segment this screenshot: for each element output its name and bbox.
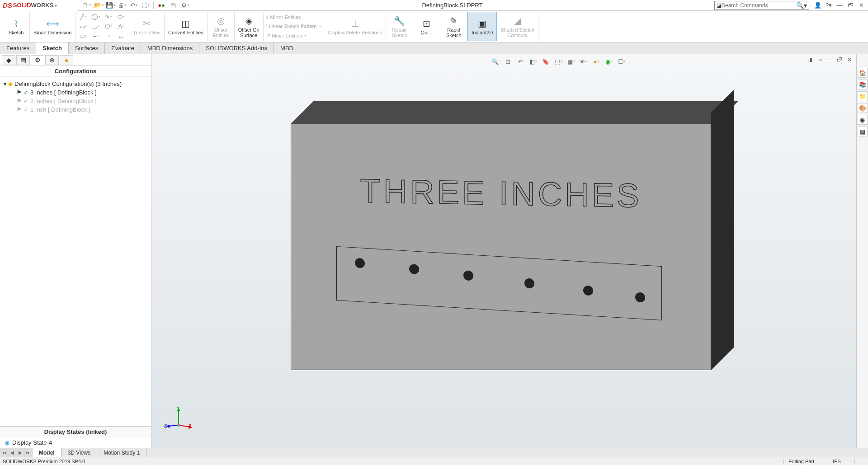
block-front-face[interactable]: THREE INCHES <box>291 124 711 370</box>
file-explorer-tab[interactable]: 📁 <box>858 91 868 101</box>
fillet-tool[interactable]: ⌐ <box>91 32 101 40</box>
dimxpert-manager-tab[interactable]: ⊕ <box>45 55 59 65</box>
viewport-maximize-button[interactable]: 🗗 <box>835 56 844 63</box>
minimize-button[interactable]: — <box>835 1 844 10</box>
display-style-button[interactable]: ▦ <box>566 57 576 66</box>
slot-tool[interactable]: ⬭ <box>116 13 126 21</box>
collapse-icon[interactable]: ▾ <box>4 81 6 87</box>
appearances-tab[interactable]: ◉ <box>858 115 868 125</box>
file-properties-button[interactable]: ▤ <box>168 1 179 10</box>
bottom-tab-3d-views[interactable]: 3D Views <box>61 448 97 457</box>
smart-dimension-tool[interactable]: ⟷ Smart Dimension <box>30 12 75 41</box>
view-settings-button[interactable]: 🖵 <box>617 57 627 66</box>
new-button[interactable]: 🗋 <box>81 1 92 10</box>
display-state-row[interactable]: ◉ Display State-4 <box>0 437 151 448</box>
rectangle-tool[interactable]: ▭ <box>78 22 88 30</box>
dynamic-annotation-button[interactable]: 🔖 <box>541 57 551 66</box>
custom-properties-tab[interactable]: ▤ <box>858 127 868 136</box>
viewport-popup-button[interactable]: ◨ <box>806 56 814 63</box>
options-button[interactable]: ⚙ <box>179 1 190 10</box>
app-logo[interactable]: DS SOLID WORKS ▸ <box>0 0 77 11</box>
hole-1[interactable] <box>355 258 365 268</box>
bottom-tab-model[interactable]: Model <box>33 448 61 457</box>
rebuild-button[interactable]: ●● <box>156 1 167 10</box>
spline-tool[interactable]: ∿ <box>104 13 113 21</box>
point-tool[interactable]: · <box>104 32 113 40</box>
arc-tool[interactable]: ◡ <box>91 22 101 30</box>
previous-view-button[interactable]: ↶ <box>515 57 525 66</box>
open-button[interactable]: 📂 <box>93 1 104 10</box>
zoom-to-fit-button[interactable]: 🔍 <box>490 57 500 66</box>
hole-4[interactable] <box>524 278 534 288</box>
offset-on-surface-tool[interactable]: ◈ Offset On Surface <box>235 12 264 41</box>
rapid-sketch-tool[interactable]: ✎ Rapid Sketch <box>440 12 467 41</box>
help-button[interactable]: ?▾ <box>824 1 834 10</box>
bottom-tab-motion-study[interactable]: Motion Study 1 <box>97 448 146 457</box>
select-button[interactable]: ⬚ <box>140 1 151 10</box>
property-manager-tab[interactable]: ▤ <box>16 55 30 65</box>
tab-nav-first[interactable]: ⏮ <box>0 448 8 457</box>
viewport-minimize-button[interactable]: ▭ <box>816 56 824 63</box>
configuration-manager-tab[interactable]: ⚙ <box>31 55 44 65</box>
zoom-to-area-button[interactable]: ⊡ <box>503 57 513 66</box>
restore-button[interactable]: 🗗 <box>845 1 855 10</box>
quick-snaps-tool[interactable]: ⊡ Qui... <box>413 12 440 41</box>
apply-scene-button[interactable]: ◉ <box>604 57 614 66</box>
graphics-viewport[interactable]: 🔍 ⊡ ↶ ◧ 🔖 ⬚ ▦ 👁 ● ◉ 🖵 ◨ ▭ — 🗗 ✕ THREE IN… <box>151 54 856 448</box>
design-library-tab[interactable]: 📚 <box>858 80 868 89</box>
menu-dropdown-icon[interactable]: ▸ <box>55 3 57 8</box>
hole-3[interactable] <box>463 270 473 281</box>
convert-entities-tool[interactable]: ◫ Convert Entities <box>165 12 208 41</box>
tab-mbd[interactable]: MBD <box>274 42 300 54</box>
undo-button[interactable]: ↶ <box>128 1 139 10</box>
search-commands-box[interactable]: ◪ 🔍▾ <box>714 1 809 10</box>
display-manager-tab[interactable]: ● <box>60 55 73 65</box>
ellipse-tool[interactable]: ⬭ <box>78 32 88 40</box>
block-top-face[interactable] <box>291 101 738 124</box>
instant2d-tool[interactable]: ▣ Instant2D <box>467 12 497 41</box>
circle-tool[interactable]: ◯ <box>91 13 101 21</box>
view-orientation-button[interactable]: ⬚ <box>553 57 563 66</box>
status-units[interactable]: IPS <box>828 459 845 464</box>
hole-6[interactable] <box>635 292 645 302</box>
tab-mbd-dimensions[interactable]: MBD Dimensions <box>141 42 199 54</box>
tab-sketch[interactable]: Sketch <box>36 42 69 54</box>
user-icon[interactable]: 👤 <box>813 1 823 10</box>
hide-show-button[interactable]: 👁 <box>579 57 589 66</box>
tab-nav-next[interactable]: ▶ <box>16 448 24 457</box>
config-2-inches[interactable]: ⚑ ✓ 2 Inches [ DefiningBlock ] <box>4 97 147 105</box>
line-tool[interactable]: ╱ <box>78 13 88 21</box>
viewport-close-button[interactable]: ✕ <box>845 56 854 63</box>
viewport-restore-button[interactable]: — <box>826 56 834 63</box>
tab-surfaces[interactable]: Surfaces <box>69 42 105 54</box>
view-palette-tab[interactable]: 🎨 <box>858 103 868 113</box>
edit-appearance-button[interactable]: ● <box>591 57 601 66</box>
tab-solidworks-addins[interactable]: SOLIDWORKS Add-Ins <box>199 42 274 54</box>
print-button[interactable]: 🖨 <box>117 1 127 10</box>
configuration-root[interactable]: ▾ ◆ DefiningBlock Configuration(s) (3 In… <box>4 80 147 88</box>
section-view-button[interactable]: ◧ <box>528 57 538 66</box>
text-tool[interactable]: A <box>116 22 126 30</box>
hole-5[interactable] <box>583 285 593 296</box>
orientation-triad[interactable]: Y X Z <box>165 407 192 434</box>
tab-evaluate[interactable]: Evaluate <box>105 42 141 54</box>
feature-manager-tab[interactable]: ◆ <box>2 55 15 65</box>
offset-label: Offset Entities <box>212 27 229 38</box>
polygon-tool[interactable]: ⬠ <box>104 22 113 30</box>
search-input[interactable] <box>722 2 794 9</box>
save-button[interactable]: 💾 <box>105 1 116 10</box>
block-side-face[interactable] <box>711 90 734 370</box>
slot-recess[interactable] <box>336 246 662 320</box>
sketch-tool[interactable]: ⌇ Sketch <box>3 12 30 41</box>
search-icon[interactable]: 🔍▾ <box>796 2 807 9</box>
solidworks-resources-tab[interactable]: 🏠 <box>858 68 868 78</box>
tab-nav-prev[interactable]: ◀ <box>8 448 16 457</box>
plane-tool[interactable]: ▱ <box>116 32 126 40</box>
tab-features[interactable]: Features <box>0 42 36 54</box>
hole-2[interactable] <box>409 264 419 274</box>
config-1-inch[interactable]: ⚑ ✓ 1 Inch [ DefiningBlock ] <box>4 105 147 114</box>
tab-nav-last[interactable]: ⏭ <box>24 448 33 457</box>
model-block[interactable]: THREE INCHES <box>278 81 735 389</box>
config-3-inches[interactable]: ⚑ ✓ 3 Inches [ DefiningBlock ] <box>4 88 147 97</box>
close-button[interactable]: ✕ <box>856 1 866 10</box>
